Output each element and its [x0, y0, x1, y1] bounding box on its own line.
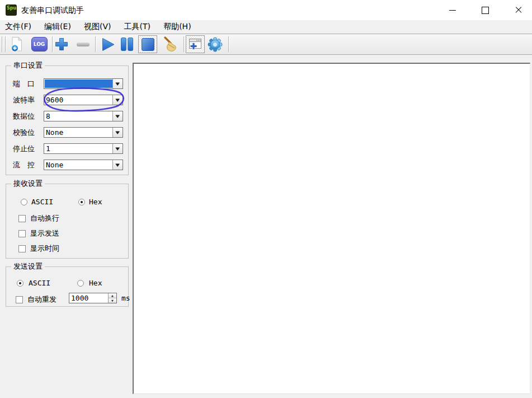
play-icon [100, 36, 116, 53]
receive-settings-title: 接收设置 [11, 179, 45, 188]
start-button[interactable] [99, 35, 117, 53]
data-display-area[interactable] [133, 63, 530, 394]
chevron-down-icon: ▼ [116, 114, 120, 118]
spin-down-icon: ▼ [111, 299, 114, 303]
show-time-label: 显示时间 [30, 244, 59, 254]
parity-row: 校验位 [13, 127, 43, 138]
radio-unchecked-icon[interactable] [77, 280, 84, 287]
close-button[interactable] [502, 0, 532, 20]
auto-resend-label: 自动重发 [27, 294, 57, 305]
port-label: 端 口 [13, 79, 43, 89]
port-row: 端 口 [13, 78, 43, 89]
pause-button[interactable] [118, 35, 136, 53]
spin-down-button[interactable]: ▼ [109, 298, 116, 303]
maximize-button[interactable] [469, 0, 502, 20]
checkbox-icon[interactable] [18, 245, 26, 252]
resend-interval-field: ▲ ▼ [69, 293, 117, 303]
databits-row: 数据位 [13, 111, 43, 121]
send-settings-group: 发送设置 ASCII Hex 自动重发 ▲ ▼ ms [6, 266, 129, 307]
receive-ascii-label: ASCII [31, 198, 53, 206]
radio-checked-icon[interactable] [78, 199, 85, 205]
clear-button[interactable] [161, 35, 179, 53]
baud-row: 波特率 [13, 95, 43, 105]
window-title: 友善串口调试助手 [21, 0, 84, 20]
stopbits-dropdown-button[interactable]: ▼ [112, 144, 123, 153]
new-file-icon [10, 36, 24, 52]
checkbox-icon[interactable] [18, 230, 26, 237]
menu-view[interactable]: 视图(V) [79, 20, 116, 33]
new-window-button[interactable] [186, 35, 205, 53]
minimize-icon [449, 10, 456, 11]
baud-rate-select[interactable]: 9600 ▼ [44, 95, 123, 105]
checkbox-icon[interactable] [18, 215, 26, 222]
chevron-down-icon: ▼ [116, 162, 120, 167]
show-time-option[interactable]: 显示时间 [18, 244, 59, 254]
parity-label: 校验位 [13, 128, 43, 138]
menu-edit[interactable]: 编辑(E) [39, 20, 76, 33]
spin-up-button[interactable]: ▲ [109, 293, 116, 298]
toolbar-separator [228, 36, 229, 52]
data-bits-select[interactable]: 8 ▼ [44, 111, 123, 121]
port-select[interactable]: ▼ [44, 78, 123, 89]
log-icon: LOG [31, 37, 48, 51]
radio-checked-icon[interactable] [17, 280, 23, 287]
stop-bits-select[interactable]: 1 ▼ [44, 143, 123, 154]
send-hex-label: Hex [89, 279, 102, 287]
flow-control-select[interactable]: None ▼ [44, 160, 123, 170]
show-send-label: 显示发送 [30, 228, 59, 238]
app-window: Spu 友善串口调试助手 文件(F) 编辑(E) 视图(V) 工具(T) 帮助(… [0, 0, 532, 398]
flow-row: 流 控 [13, 160, 43, 170]
receive-ascii-option[interactable]: ASCII [21, 198, 53, 206]
toolbar-separator [183, 36, 184, 52]
chevron-down-icon: ▼ [116, 81, 120, 86]
receive-settings-group: 接收设置 ASCII Hex 自动换行 显示发送 显示时间 [6, 184, 129, 259]
toolbar-separator [95, 36, 96, 52]
send-ascii-option[interactable]: ASCII [17, 279, 50, 287]
close-icon [515, 6, 522, 14]
add-connection-button[interactable] [53, 35, 70, 53]
radio-unchecked-icon[interactable] [21, 199, 27, 205]
auto-resend-option[interactable]: 自动重发 [16, 294, 57, 305]
databits-dropdown-button[interactable]: ▼ [112, 111, 123, 121]
minus-icon [77, 43, 90, 46]
send-settings-title: 发送设置 [11, 262, 45, 271]
stopbits-value: 1 [44, 144, 112, 153]
auto-newline-option[interactable]: 自动换行 [18, 213, 59, 223]
remove-connection-button[interactable] [74, 35, 92, 53]
plus-icon [54, 36, 69, 52]
chevron-down-icon: ▼ [116, 146, 120, 151]
broom-icon [162, 36, 178, 53]
settings-button[interactable] [206, 35, 224, 53]
menu-help[interactable]: 帮助(H) [158, 20, 196, 33]
baud-dropdown-button[interactable]: ▼ [112, 95, 123, 105]
menu-tools[interactable]: 工具(T) [119, 20, 156, 33]
log-window-button[interactable]: LOG [30, 35, 48, 53]
databits-label: 数据位 [13, 111, 43, 121]
stop-button[interactable] [138, 35, 157, 53]
pause-icon [119, 36, 135, 52]
app-icon: Spu [6, 4, 17, 16]
checkbox-icon[interactable] [16, 296, 23, 303]
log-icon-label: LOG [34, 41, 45, 47]
databits-value: 8 [44, 111, 112, 121]
port-dropdown-button[interactable]: ▼ [112, 79, 123, 88]
toolbar: LOG [0, 34, 532, 55]
toolbar-grip[interactable] [2, 36, 6, 52]
send-hex-option[interactable]: Hex [77, 279, 102, 287]
flow-label: 流 控 [13, 160, 43, 170]
parity-dropdown-button[interactable]: ▼ [112, 128, 123, 137]
receive-hex-option[interactable]: Hex [78, 198, 102, 206]
flow-value: None [44, 160, 112, 170]
parity-select[interactable]: None ▼ [44, 127, 123, 138]
maximize-icon [482, 7, 489, 14]
chevron-down-icon: ▼ [116, 97, 120, 102]
show-send-option[interactable]: 显示发送 [18, 228, 59, 238]
flow-dropdown-button[interactable]: ▼ [112, 160, 123, 170]
menu-file[interactable]: 文件(F) [0, 20, 36, 33]
parity-value: None [44, 128, 112, 137]
baud-value: 9600 [44, 95, 112, 105]
title-bar: Spu 友善串口调试助手 [0, 0, 532, 20]
resend-interval-input[interactable] [69, 293, 108, 303]
minimize-button[interactable] [436, 0, 469, 20]
new-log-file-button[interactable] [8, 35, 26, 53]
